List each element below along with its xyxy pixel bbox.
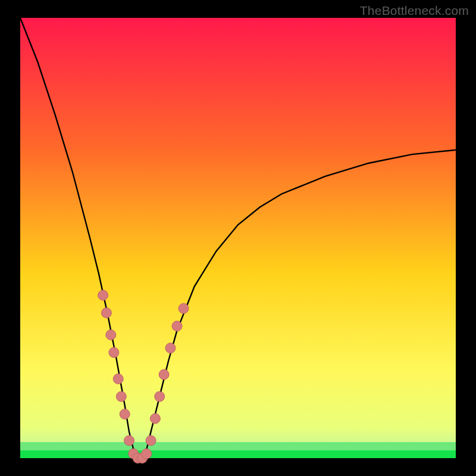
chart-svg: [0, 0, 476, 476]
chart-stage: { "watermark": "TheBottleneck.com", "col…: [0, 0, 476, 476]
marker-dot: [178, 303, 189, 314]
marker-dot: [165, 343, 176, 353]
marker-dot: [113, 374, 123, 384]
marker-dot: [142, 449, 152, 459]
marker-dot: [150, 414, 160, 424]
watermark-text: TheBottleneck.com: [360, 4, 469, 18]
marker-dot: [172, 321, 182, 331]
marker-dot: [159, 369, 169, 380]
marker-dot: [101, 308, 111, 318]
marker-dot: [146, 436, 156, 446]
green-band: [20, 450, 456, 458]
marker-dot: [106, 330, 116, 340]
plot-area: [20, 18, 456, 464]
marker-dot: [109, 347, 119, 358]
marker-dot: [120, 409, 130, 419]
gradient-background: [20, 18, 456, 458]
marker-dot: [124, 436, 134, 446]
marker-dot: [98, 290, 108, 300]
marker-dot: [116, 392, 126, 402]
green-band-fade: [20, 442, 456, 450]
marker-dot: [155, 392, 165, 402]
